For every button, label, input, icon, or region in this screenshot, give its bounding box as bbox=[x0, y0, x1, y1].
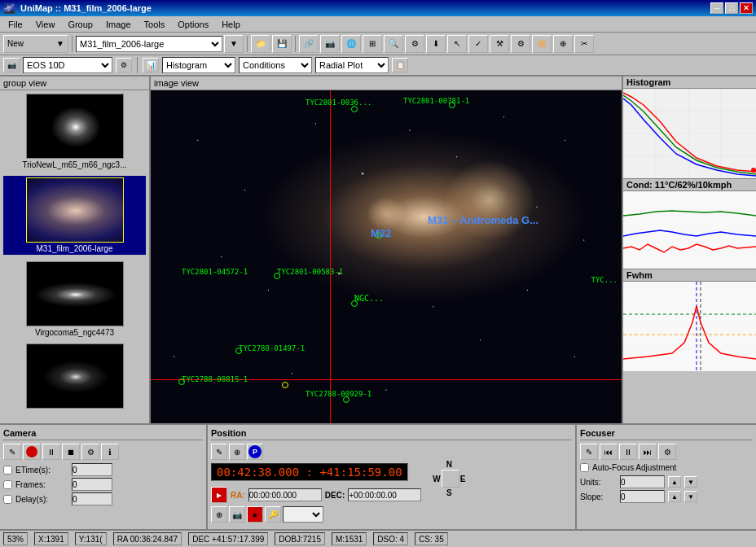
close-button[interactable]: ✕ bbox=[740, 2, 753, 14]
radial-plot-select[interactable]: Radial Plot bbox=[315, 57, 389, 73]
hist-icon[interactable]: 📊 bbox=[143, 58, 159, 72]
pos-crosshair-btn[interactable]: ⊕ bbox=[211, 506, 227, 523]
dropdown-btn[interactable]: ▼ bbox=[224, 35, 244, 53]
tool-btn4[interactable]: 🔆 bbox=[532, 35, 552, 53]
foc-settings-btn[interactable]: ⚙ bbox=[658, 444, 676, 460]
cam-pencil-btn[interactable]: ✎ bbox=[3, 444, 21, 460]
toolbar-sep3 bbox=[295, 36, 296, 52]
status-cs: CS: 35 bbox=[415, 532, 448, 545]
pos-photo-btn[interactable]: 📷 bbox=[229, 506, 245, 523]
ra-row: ▶ RA: DEC: bbox=[211, 487, 421, 503]
galaxy-label-m32: M32 bbox=[371, 227, 391, 239]
list-item[interactable]: M31_film_2006-large bbox=[3, 176, 146, 255]
pos-target2-btn[interactable]: ● bbox=[247, 506, 263, 523]
pos-key-btn[interactable]: 🔑 bbox=[265, 506, 281, 523]
settings-btn[interactable]: ⚙ bbox=[405, 35, 424, 53]
cursor-btn[interactable]: ↖ bbox=[447, 35, 467, 53]
camera-select[interactable]: EOS 10D bbox=[23, 57, 112, 73]
cam-settings-btn2[interactable]: ⚙ bbox=[81, 444, 99, 460]
tool-btn3[interactable]: ⚙ bbox=[511, 35, 530, 53]
thumbnail bbox=[26, 344, 124, 409]
foc-pencil-btn[interactable]: ✎ bbox=[580, 444, 598, 460]
cam-record-btn[interactable] bbox=[23, 444, 41, 460]
left-panel: group view TrioNewL_m65_m66_ngc3... M31_… bbox=[0, 77, 151, 423]
etime-input[interactable] bbox=[72, 463, 112, 476]
menu-help[interactable]: Help bbox=[215, 18, 247, 31]
download-btn[interactable]: ⬇ bbox=[426, 35, 446, 53]
frames-checkbox[interactable] bbox=[3, 480, 12, 489]
thumb-label: Virgocoma5_ngc4473 bbox=[3, 328, 146, 337]
pos-select[interactable] bbox=[283, 506, 323, 523]
check-btn[interactable]: ✓ bbox=[468, 35, 488, 53]
units-row: Units: ▲ ▼ bbox=[580, 475, 753, 488]
fwhm-chart bbox=[623, 282, 756, 371]
goto-icon: P bbox=[248, 445, 262, 458]
file-select[interactable]: M31_film_2006-large bbox=[76, 36, 222, 52]
position-panel-title: Position bbox=[211, 428, 572, 440]
menu-tools[interactable]: Tools bbox=[138, 18, 172, 31]
autofocus-checkbox[interactable] bbox=[580, 463, 589, 472]
extra-btn[interactable]: 📋 bbox=[392, 58, 408, 72]
frames-input[interactable] bbox=[72, 478, 112, 491]
slope-down-btn[interactable]: ▼ bbox=[684, 491, 697, 502]
list-item[interactable]: Virgocoma5_ngc4473 bbox=[3, 261, 146, 337]
list-item[interactable]: TrioNewL_m65_m66_ngc3... bbox=[3, 94, 146, 169]
menu-image[interactable]: Image bbox=[99, 18, 138, 31]
ra-goto-btn[interactable]: ▶ bbox=[211, 487, 227, 503]
menu-options[interactable]: Options bbox=[171, 18, 215, 31]
tool-btn2[interactable]: ⚒ bbox=[490, 35, 509, 53]
link-btn[interactable]: 🔗 bbox=[299, 35, 319, 53]
pos-goto-btn[interactable]: P bbox=[247, 444, 263, 460]
menu-view[interactable]: View bbox=[29, 18, 62, 31]
etime-checkbox[interactable] bbox=[3, 466, 12, 475]
cam-settings-btn[interactable]: ⚙ bbox=[116, 58, 132, 72]
fwhm-section: Fwhm bbox=[623, 269, 756, 423]
folder-btn[interactable]: 📁 bbox=[251, 35, 270, 53]
thumb-label: TrioNewL_m65_m66_ngc3... bbox=[3, 160, 146, 169]
pos-target-btn[interactable]: ⊕ bbox=[229, 444, 245, 460]
foc-fwd-btn[interactable]: ⏭ bbox=[639, 444, 657, 460]
slope-input[interactable] bbox=[620, 490, 665, 503]
pos-bottom-toolbar: ⊕ 📷 ● 🔑 bbox=[211, 506, 421, 523]
zoom-btn[interactable]: 🔍 bbox=[384, 35, 403, 53]
delay-checkbox[interactable] bbox=[3, 495, 12, 504]
camera-btn[interactable]: 📷 bbox=[320, 35, 340, 53]
new-dropdown[interactable]: New▼ bbox=[3, 35, 68, 53]
image-canvas[interactable]: TYC2801-0036... TYC2801-00781-1 TYC2801-… bbox=[151, 90, 622, 423]
menu-file[interactable]: File bbox=[2, 18, 29, 31]
cam-info-btn[interactable]: ℹ bbox=[101, 444, 119, 460]
foc-step-btn[interactable]: ⏸ bbox=[619, 444, 637, 460]
cam-pause-btn[interactable]: ⏸ bbox=[42, 444, 60, 460]
ra-input[interactable] bbox=[248, 488, 322, 501]
menu-group[interactable]: Group bbox=[61, 18, 99, 31]
dec-input[interactable] bbox=[348, 488, 421, 501]
camera-toolbar: ✎ ⏸ ⏹ ⚙ ℹ bbox=[3, 444, 203, 460]
units-input[interactable] bbox=[620, 475, 665, 488]
globe-btn[interactable]: 🌐 bbox=[341, 35, 361, 53]
units-up-btn[interactable]: ▲ bbox=[668, 476, 681, 488]
list-item[interactable] bbox=[3, 344, 146, 409]
slope-up-btn[interactable]: ▲ bbox=[668, 491, 681, 502]
delay-input[interactable] bbox=[72, 492, 112, 505]
maximize-button[interactable]: □ bbox=[725, 2, 738, 14]
group-view-header: group view bbox=[0, 77, 149, 90]
toolbar-sep1 bbox=[72, 36, 73, 52]
pos-pencil-btn[interactable]: ✎ bbox=[211, 444, 227, 460]
tool-btn6[interactable]: ✂ bbox=[574, 35, 594, 53]
histogram-select[interactable]: Histogram bbox=[162, 57, 235, 73]
status-ra: RA 00:36:24.847 bbox=[113, 532, 182, 545]
status-y: Y:131( bbox=[75, 532, 107, 545]
minimize-button[interactable]: ─ bbox=[710, 2, 723, 14]
camera-icon-btn[interactable]: 📷 bbox=[3, 58, 20, 72]
foc-back-btn[interactable]: ⏮ bbox=[600, 444, 618, 460]
tool-btn5[interactable]: ⊕ bbox=[553, 35, 573, 53]
content-area: group view TrioNewL_m65_m66_ngc3... M31_… bbox=[0, 77, 756, 423]
cam-stop-btn[interactable]: ⏹ bbox=[62, 444, 80, 460]
time-display: 00:42:38.000 : +41:15:59.00 bbox=[211, 463, 408, 481]
titlebar-controls: ─ □ ✕ bbox=[710, 2, 753, 14]
grid-btn[interactable]: ⊞ bbox=[363, 35, 382, 53]
units-down-btn[interactable]: ▼ bbox=[684, 476, 697, 488]
conditions-select[interactable]: Conditions bbox=[239, 57, 312, 73]
save-btn[interactable]: 💾 bbox=[272, 35, 292, 53]
group-view-list[interactable]: TrioNewL_m65_m66_ngc3... M31_film_2006-l… bbox=[0, 90, 149, 423]
